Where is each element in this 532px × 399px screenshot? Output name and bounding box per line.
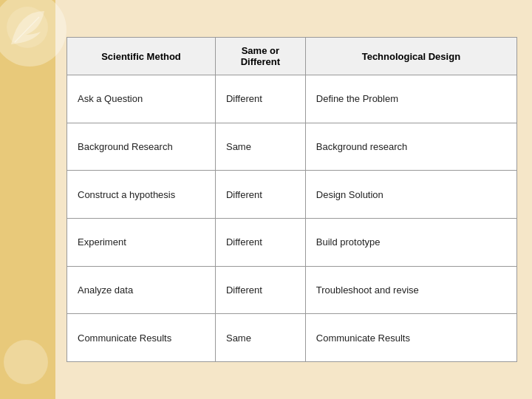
scientific-method-cell: Analyze data — [67, 266, 216, 314]
table-header-row: Scientific Method Same or Different Tech… — [67, 38, 517, 75]
table-row: Background ResearchSameBackground resear… — [67, 123, 517, 171]
technological-design-cell: Communicate Results — [305, 314, 516, 362]
table-row: Construct a hypothesisDifferentDesign So… — [67, 171, 517, 219]
leaf-icon — [4, 4, 52, 52]
scientific-method-header: Scientific Method — [67, 38, 216, 75]
technological-design-cell: Build prototype — [305, 218, 516, 266]
scientific-method-cell: Background Research — [67, 123, 216, 171]
technological-design-cell: Define the Problem — [305, 75, 516, 123]
comparison-cell: Different — [215, 266, 305, 314]
scientific-method-cell: Experiment — [67, 218, 216, 266]
comparison-cell: Different — [215, 75, 305, 123]
technological-design-cell: Design Solution — [305, 171, 516, 219]
table-container: Scientific Method Same or Different Tech… — [66, 37, 517, 362]
comparison-table: Scientific Method Same or Different Tech… — [66, 37, 517, 362]
table-row: ExperimentDifferentBuild prototype — [67, 218, 517, 266]
circle-bottom-decoration — [4, 340, 48, 384]
table-row: Analyze dataDifferentTroubleshoot and re… — [67, 266, 517, 314]
technological-design-cell: Background research — [305, 123, 516, 171]
table-row: Ask a QuestionDifferentDefine the Proble… — [67, 75, 517, 123]
scientific-method-cell: Communicate Results — [67, 314, 216, 362]
technological-design-header: Technological Design — [305, 38, 516, 75]
comparison-cell: Same — [215, 123, 305, 171]
comparison-cell: Same — [215, 314, 305, 362]
comparison-cell: Different — [215, 218, 305, 266]
technological-design-cell: Troubleshoot and revise — [305, 266, 516, 314]
scientific-method-cell: Ask a Question — [67, 75, 216, 123]
table-row: Communicate ResultsSameCommunicate Resul… — [67, 314, 517, 362]
same-or-different-header: Same or Different — [215, 38, 305, 75]
comparison-cell: Different — [215, 171, 305, 219]
scientific-method-cell: Construct a hypothesis — [67, 171, 216, 219]
